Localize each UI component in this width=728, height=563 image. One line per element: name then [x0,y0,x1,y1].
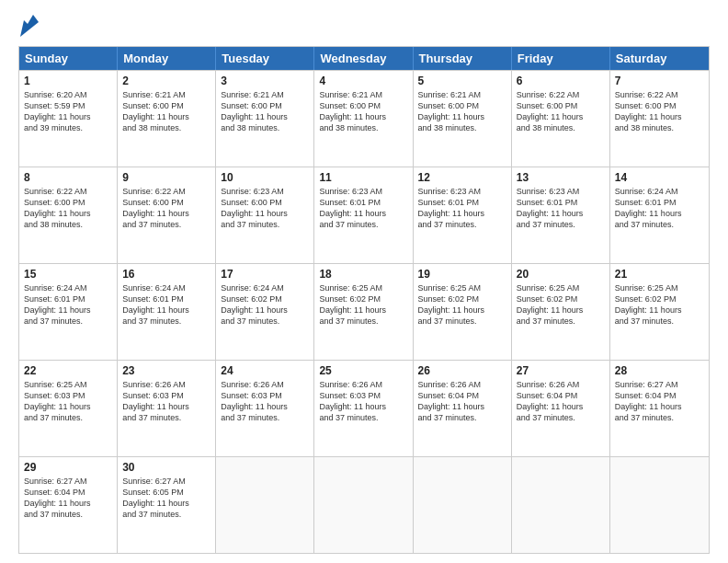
day-number: 21 [615,268,704,281]
day-number: 15 [24,268,112,281]
day-number: 10 [221,171,309,184]
day-info: Sunrise: 6:22 AMSunset: 6:00 PMDaylight:… [615,89,704,134]
day-info: Sunrise: 6:23 AMSunset: 6:00 PMDaylight:… [221,186,309,231]
calendar-day-25: 25Sunrise: 6:26 AMSunset: 6:03 PMDayligh… [314,361,413,456]
day-number: 23 [122,364,210,377]
calendar-day-9: 9Sunrise: 6:22 AMSunset: 6:00 PMDaylight… [118,167,216,263]
calendar-day-18: 18Sunrise: 6:25 AMSunset: 6:02 PMDayligh… [314,264,413,360]
calendar-day-17: 17Sunrise: 6:24 AMSunset: 6:02 PMDayligh… [216,264,314,360]
calendar-week-3: 15Sunrise: 6:24 AMSunset: 6:01 PMDayligh… [19,263,709,360]
calendar-empty-cell [414,457,512,553]
day-number: 25 [319,364,407,377]
day-number: 4 [319,75,407,87]
day-number: 12 [418,171,506,184]
day-number: 28 [615,364,704,377]
day-info: Sunrise: 6:23 AMSunset: 6:01 PMDaylight:… [517,186,605,231]
day-number: 2 [122,75,210,87]
calendar-empty-cell [314,457,413,553]
day-info: Sunrise: 6:24 AMSunset: 6:02 PMDaylight:… [221,282,309,327]
calendar-day-30: 30Sunrise: 6:27 AMSunset: 6:05 PMDayligh… [118,457,216,553]
day-number: 30 [122,461,210,474]
day-number: 29 [24,461,112,474]
day-number: 22 [24,364,112,377]
day-info: Sunrise: 6:27 AMSunset: 6:04 PMDaylight:… [615,379,704,424]
day-info: Sunrise: 6:25 AMSunset: 6:02 PMDaylight:… [319,282,407,327]
day-info: Sunrise: 6:21 AMSunset: 6:00 PMDaylight:… [319,89,407,134]
calendar-empty-cell [216,457,314,553]
day-info: Sunrise: 6:23 AMSunset: 6:01 PMDaylight:… [319,186,407,231]
day-number: 7 [615,75,704,87]
day-number: 19 [418,268,506,281]
page: SundayMondayTuesdayWednesdayThursdayFrid… [0,0,728,563]
day-info: Sunrise: 6:26 AMSunset: 6:03 PMDaylight:… [319,379,407,424]
day-number: 6 [517,75,605,87]
day-info: Sunrise: 6:25 AMSunset: 6:02 PMDaylight:… [517,282,605,327]
day-info: Sunrise: 6:26 AMSunset: 6:03 PMDaylight:… [221,379,309,424]
calendar-day-7: 7Sunrise: 6:22 AMSunset: 6:00 PMDaylight… [610,71,709,167]
day-number: 11 [319,171,407,184]
calendar-day-10: 10Sunrise: 6:23 AMSunset: 6:00 PMDayligh… [216,167,314,263]
calendar-day-3: 3Sunrise: 6:21 AMSunset: 6:00 PMDaylight… [216,71,314,167]
day-number: 8 [24,171,112,184]
calendar-day-24: 24Sunrise: 6:26 AMSunset: 6:03 PMDayligh… [216,361,314,456]
calendar-week-5: 29Sunrise: 6:27 AMSunset: 6:04 PMDayligh… [19,456,709,553]
calendar-day-13: 13Sunrise: 6:23 AMSunset: 6:01 PMDayligh… [512,167,610,263]
calendar-header-friday: Friday [512,47,610,70]
calendar-header-tuesday: Tuesday [216,47,314,70]
day-number: 24 [221,364,309,377]
calendar-empty-cell [512,457,610,553]
day-info: Sunrise: 6:27 AMSunset: 6:05 PMDaylight:… [122,476,210,521]
calendar-header-wednesday: Wednesday [314,47,413,70]
day-number: 17 [221,268,309,281]
day-info: Sunrise: 6:21 AMSunset: 6:00 PMDaylight:… [221,89,309,134]
day-info: Sunrise: 6:22 AMSunset: 6:00 PMDaylight:… [517,89,605,134]
day-number: 5 [418,75,506,87]
calendar-day-26: 26Sunrise: 6:26 AMSunset: 6:04 PMDayligh… [414,361,512,456]
calendar: SundayMondayTuesdayWednesdayThursdayFrid… [18,46,710,554]
calendar-week-1: 1Sunrise: 6:20 AMSunset: 5:59 PMDaylight… [19,70,709,167]
calendar-day-4: 4Sunrise: 6:21 AMSunset: 6:00 PMDaylight… [314,71,413,167]
day-info: Sunrise: 6:26 AMSunset: 6:04 PMDaylight:… [517,379,605,424]
day-info: Sunrise: 6:20 AMSunset: 5:59 PMDaylight:… [24,89,112,134]
calendar-day-29: 29Sunrise: 6:27 AMSunset: 6:04 PMDayligh… [19,457,118,553]
calendar-day-19: 19Sunrise: 6:25 AMSunset: 6:02 PMDayligh… [414,264,512,360]
calendar-day-5: 5Sunrise: 6:21 AMSunset: 6:00 PMDaylight… [414,71,512,167]
day-info: Sunrise: 6:21 AMSunset: 6:00 PMDaylight:… [122,89,210,134]
day-info: Sunrise: 6:22 AMSunset: 6:00 PMDaylight:… [122,186,210,231]
day-info: Sunrise: 6:24 AMSunset: 6:01 PMDaylight:… [122,282,210,327]
day-number: 27 [517,364,605,377]
day-number: 9 [122,171,210,184]
calendar-day-12: 12Sunrise: 6:23 AMSunset: 6:01 PMDayligh… [414,167,512,263]
day-number: 18 [319,268,407,281]
day-info: Sunrise: 6:26 AMSunset: 6:04 PMDaylight:… [418,379,506,424]
calendar-day-27: 27Sunrise: 6:26 AMSunset: 6:04 PMDayligh… [512,361,610,456]
day-number: 20 [517,268,605,281]
calendar-week-4: 22Sunrise: 6:25 AMSunset: 6:03 PMDayligh… [19,360,709,456]
calendar-day-14: 14Sunrise: 6:24 AMSunset: 6:01 PMDayligh… [610,167,709,263]
calendar-week-2: 8Sunrise: 6:22 AMSunset: 6:00 PMDaylight… [19,167,709,263]
day-info: Sunrise: 6:25 AMSunset: 6:02 PMDaylight:… [615,282,704,327]
day-number: 16 [122,268,210,281]
day-info: Sunrise: 6:24 AMSunset: 6:01 PMDaylight:… [24,282,112,327]
day-number: 14 [615,171,704,184]
calendar-day-8: 8Sunrise: 6:22 AMSunset: 6:00 PMDaylight… [19,167,118,263]
calendar-header-saturday: Saturday [610,47,709,70]
logo-bird-icon [20,15,39,37]
day-info: Sunrise: 6:23 AMSunset: 6:01 PMDaylight:… [418,186,506,231]
calendar-day-22: 22Sunrise: 6:25 AMSunset: 6:03 PMDayligh… [19,361,118,456]
day-info: Sunrise: 6:24 AMSunset: 6:01 PMDaylight:… [615,186,704,231]
day-number: 1 [24,75,112,87]
day-number: 13 [517,171,605,184]
calendar-day-16: 16Sunrise: 6:24 AMSunset: 6:01 PMDayligh… [118,264,216,360]
calendar-day-2: 2Sunrise: 6:21 AMSunset: 6:00 PMDaylight… [118,71,216,167]
day-info: Sunrise: 6:21 AMSunset: 6:00 PMDaylight:… [418,89,506,134]
calendar-header-sunday: Sunday [19,47,118,70]
day-info: Sunrise: 6:27 AMSunset: 6:04 PMDaylight:… [24,476,112,521]
day-info: Sunrise: 6:22 AMSunset: 6:00 PMDaylight:… [24,186,112,231]
header [18,15,710,37]
svg-marker-0 [20,15,39,37]
calendar-day-11: 11Sunrise: 6:23 AMSunset: 6:01 PMDayligh… [314,167,413,263]
logo [18,15,39,37]
calendar-day-28: 28Sunrise: 6:27 AMSunset: 6:04 PMDayligh… [610,361,709,456]
calendar-day-23: 23Sunrise: 6:26 AMSunset: 6:03 PMDayligh… [118,361,216,456]
